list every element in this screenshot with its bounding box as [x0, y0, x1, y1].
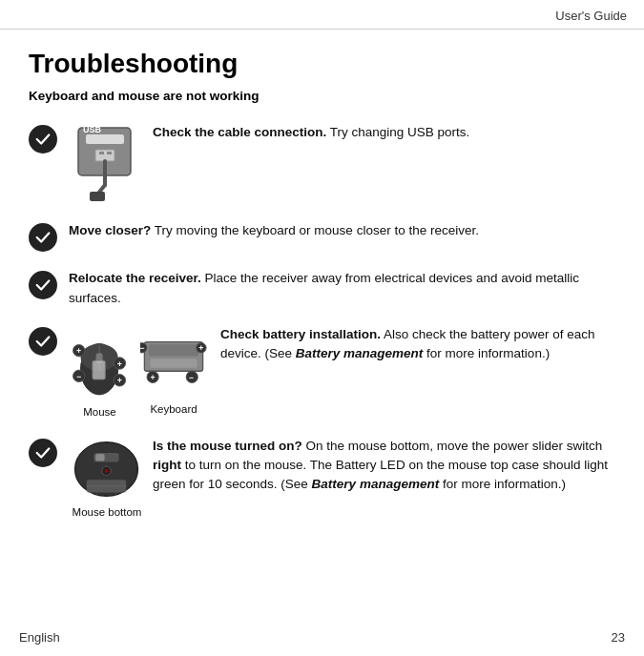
- usb-image-wrapper: USB: [69, 123, 145, 204]
- closer-text: Move closer? Try moving the keyboard or …: [69, 221, 615, 240]
- svg-text:+: +: [198, 344, 203, 354]
- closer-bold: Move closer?: [69, 223, 151, 237]
- keyboard-image-wrapper: − + + − Keyboard: [140, 327, 207, 417]
- svg-point-35: [105, 469, 109, 473]
- svg-text:−: −: [189, 373, 194, 382]
- checkmark-relocate: [29, 271, 57, 299]
- mouse-label: Mouse: [83, 404, 116, 420]
- trouble-item-cable: USB Check the cable connection. Try chan…: [29, 123, 615, 204]
- footer-language: English: [19, 629, 60, 646]
- checkmark-closer: [29, 223, 57, 252]
- cable-desc: Try changing USB ports.: [326, 125, 469, 139]
- svg-text:+: +: [117, 359, 122, 368]
- mouse-battery-image: + − + +: [69, 325, 131, 401]
- relocate-bold: Relocate the receiver.: [69, 271, 201, 285]
- checkmark-battery: [29, 327, 57, 356]
- svg-text:−: −: [76, 372, 81, 381]
- checkmark-mouse-on: [29, 439, 57, 467]
- usb-image: USB: [69, 123, 145, 204]
- svg-rect-28: [151, 359, 197, 368]
- section-subtitle: Keyboard and mouse are not working: [29, 88, 615, 106]
- cable-bold: Check the cable connection.: [153, 125, 326, 139]
- mouse-bottom-image-wrapper: Mouse bottom: [69, 437, 145, 520]
- svg-text:USB: USB: [83, 125, 102, 134]
- page-title: Troubleshooting: [29, 45, 615, 82]
- relocate-text: Relocate the receiver. Place the receive…: [69, 269, 615, 308]
- battery-images: + − + + Mouse: [69, 325, 207, 420]
- battery-content: + − + + Mouse: [69, 325, 615, 420]
- mouse-image-wrapper: + − + + Mouse: [69, 325, 131, 420]
- footer-page-number: 23: [612, 629, 625, 646]
- svg-rect-4: [99, 152, 104, 154]
- trouble-item-mouse-on: Mouse bottom Is the mouse turned on? On …: [29, 437, 615, 520]
- cable-content: USB Check the cable connection. Try chan…: [69, 123, 469, 204]
- checkmark-cable: [29, 125, 57, 154]
- header: User's Guide: [0, 0, 644, 30]
- header-title: User's Guide: [555, 9, 627, 23]
- trouble-item-closer: Move closer? Try moving the keyboard or …: [29, 221, 615, 252]
- mouse-on-bold: Is the mouse turned on?: [153, 439, 302, 453]
- svg-rect-23: [149, 345, 199, 357]
- svg-text:+: +: [117, 376, 122, 385]
- svg-text:+: +: [151, 373, 156, 382]
- svg-rect-1: [86, 134, 124, 144]
- footer: English 23: [19, 629, 625, 646]
- mouse-on-content: Mouse bottom Is the mouse turned on? On …: [69, 437, 615, 520]
- svg-text:+: +: [76, 346, 81, 356]
- svg-rect-5: [107, 152, 112, 154]
- closer-desc: Try moving the keyboard or mouse closer …: [151, 223, 479, 237]
- cable-text: Check the cable connection. Try changing…: [153, 123, 469, 142]
- battery-bold: Check battery installation.: [220, 327, 381, 341]
- mouse-bottom-image: [69, 437, 145, 502]
- svg-rect-37: [95, 454, 104, 461]
- mouse-on-text: Is the mouse turned on? On the mouse bot…: [153, 437, 615, 495]
- svg-rect-8: [90, 192, 105, 201]
- mouse-bottom-label: Mouse bottom: [73, 504, 142, 520]
- trouble-item-relocate: Relocate the receiver. Place the receive…: [29, 269, 615, 308]
- svg-text:−: −: [140, 344, 144, 354]
- svg-rect-17: [93, 360, 105, 379]
- keyboard-label: Keyboard: [150, 401, 197, 417]
- battery-text: Check battery installation. Also check t…: [220, 325, 615, 364]
- trouble-item-battery: + − + + Mouse: [29, 325, 615, 420]
- keyboard-battery-image: − + + −: [140, 327, 207, 399]
